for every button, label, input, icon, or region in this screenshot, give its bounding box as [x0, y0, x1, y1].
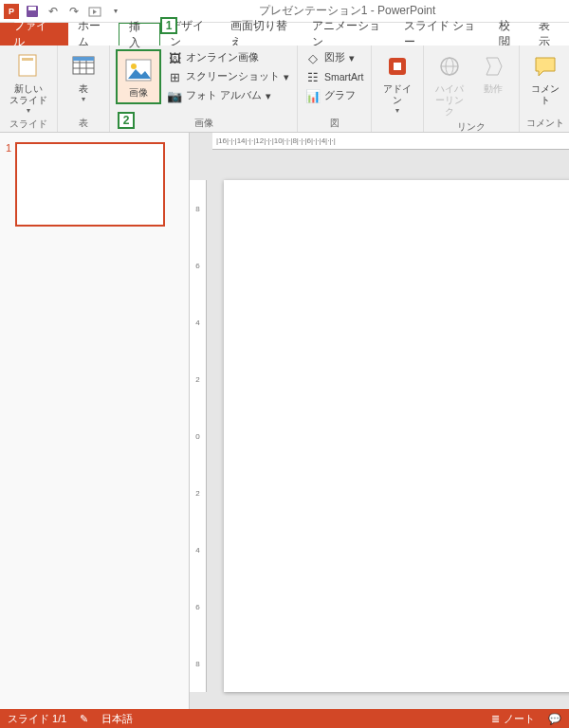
tab-review[interactable]: 校閲 — [489, 23, 529, 46]
ruler-tick: 2 — [195, 375, 199, 384]
table-icon — [68, 51, 99, 82]
shapes-icon: ◇ — [305, 50, 321, 65]
canvas-area: |16|·|·|14|·|·|12|·|·|10|·|·|8|·|·|6|·|·… — [190, 133, 569, 709]
slide-thumbnails-panel[interactable]: 1 — [0, 133, 190, 709]
tab-transitions[interactable]: 画面切り替え — [221, 23, 303, 46]
chevron-down-icon: ▾ — [349, 52, 355, 64]
group-images-label: 画像 — [194, 116, 213, 130]
smartart-button[interactable]: ☷SmartArt — [303, 68, 365, 85]
slide-canvas[interactable] — [224, 180, 569, 692]
action-button[interactable]: 動作 — [473, 49, 513, 97]
chart-icon: 📊 — [305, 88, 321, 103]
action-icon — [478, 51, 508, 82]
ribbon-toolbar: 2 新しい スライド ▾ スライド 表 ▾ 表 画像 — [0, 46, 569, 133]
action-label: 動作 — [484, 83, 503, 95]
shapes-button[interactable]: ◇図形▾ — [303, 49, 365, 66]
online-pictures-label: オンライン画像 — [186, 51, 259, 64]
picture-icon — [123, 55, 154, 85]
ribbon-tabs: ファイル ホーム 挿入 デザイン 画面切り替え アニメーション スライド ショー… — [0, 23, 569, 46]
chevron-down-icon: ▾ — [266, 90, 271, 101]
status-notes-label: ノート — [504, 712, 535, 726]
table-button[interactable]: 表 ▾ — [64, 49, 103, 105]
thumbnail-preview[interactable] — [15, 142, 165, 227]
photo-album-icon: 📷 — [167, 88, 182, 103]
addin-icon — [382, 51, 413, 82]
ruler-tick: 4 — [195, 546, 199, 555]
ruler-tick: 0 — [195, 432, 199, 441]
comment-label: コメント — [529, 83, 561, 106]
ruler-tick: 8 — [195, 205, 199, 213]
status-language[interactable]: 日本語 — [101, 712, 133, 726]
tab-animations[interactable]: アニメーション — [303, 23, 395, 46]
screenshot-label: スクリーンショット — [186, 70, 280, 83]
status-comments-icon[interactable]: 💬 — [548, 713, 561, 725]
addin-button[interactable]: アドイ ン ▾ — [377, 49, 417, 117]
comment-button[interactable]: コメント — [525, 49, 565, 108]
ruler-tick: 8 — [195, 660, 199, 668]
smartart-label: SmartArt — [324, 71, 363, 82]
svg-point-12 — [131, 64, 137, 69]
new-slide-icon — [13, 51, 44, 82]
svg-rect-10 — [73, 57, 94, 61]
screenshot-icon: ⊞ — [167, 69, 182, 84]
qat-customize-icon[interactable]: ▾ — [106, 2, 125, 21]
chevron-down-icon: ▾ — [395, 106, 399, 115]
svg-rect-1 — [28, 7, 36, 10]
shapes-label: 図形 — [324, 51, 345, 64]
group-addins: アドイ ン ▾ — [372, 46, 424, 132]
table-label: 表 — [79, 83, 88, 95]
new-slide-label: 新しい スライド — [9, 83, 47, 106]
callout-2: 2 — [118, 112, 135, 129]
status-notes-button[interactable]: ≣ノート — [491, 712, 535, 726]
thumbnail-number: 1 — [6, 142, 11, 227]
screenshot-button[interactable]: ⊞スクリーンショット▾ — [165, 68, 291, 85]
tab-file[interactable]: ファイル — [0, 23, 68, 46]
svg-rect-4 — [22, 58, 33, 61]
group-slides-label: スライド — [9, 117, 47, 131]
app-icon: P — [4, 4, 19, 19]
chevron-down-icon: ▾ — [284, 71, 289, 82]
ruler-horizontal: |16|·|·|14|·|·|12|·|·|10|·|·|8|·|·|6|·|·… — [212, 133, 569, 150]
group-images: 画像 🖼オンライン画像 ⊞スクリーンショット▾ 📷フォト アルバム▾ 画像 — [110, 46, 298, 132]
chart-label: グラフ — [324, 89, 356, 102]
ruler-tick: 4 — [195, 318, 199, 327]
online-pictures-button[interactable]: 🖼オンライン画像 — [165, 49, 291, 66]
ruler-tick: 6 — [195, 603, 199, 611]
group-tables-label: 表 — [79, 116, 88, 130]
comment-icon — [530, 51, 560, 82]
new-slide-button[interactable]: 新しい スライド ▾ — [6, 49, 51, 117]
hyperlink-button[interactable]: ハイパーリンク — [430, 49, 469, 119]
hyperlink-label: ハイパーリンク — [433, 83, 466, 118]
group-illustrations: ◇図形▾ ☷SmartArt 📊グラフ 図 — [298, 46, 372, 132]
picture-label: 画像 — [129, 87, 148, 99]
ruler-vertical: 8 6 4 2 0 2 4 6 8 — [190, 180, 207, 692]
status-spell-icon[interactable]: ✎ — [80, 713, 88, 725]
chart-button[interactable]: 📊グラフ — [303, 87, 365, 104]
group-comments: コメント コメント — [520, 46, 569, 132]
group-slides: 新しい スライド ▾ スライド — [0, 46, 58, 132]
ruler-tick: 6 — [195, 262, 199, 270]
notes-icon: ≣ — [491, 713, 500, 725]
group-links-label: リンク — [457, 119, 486, 134]
svg-rect-14 — [394, 63, 401, 70]
ruler-tick: 2 — [195, 489, 199, 498]
group-illustrations-label: 図 — [330, 116, 340, 130]
photo-album-button[interactable]: 📷フォト アルバム▾ — [165, 87, 291, 104]
group-tables: 表 ▾ 表 — [58, 46, 110, 132]
workspace: 1 |16|·|·|14|·|·|12|·|·|10|·|·|8|·|·|6|·… — [0, 133, 569, 709]
chevron-down-icon: ▾ — [82, 95, 85, 103]
tab-view[interactable]: 表示 — [529, 23, 569, 46]
online-pictures-icon: 🖼 — [167, 50, 182, 65]
chevron-down-icon: ▾ — [27, 106, 30, 115]
group-comments-label: コメント — [526, 116, 564, 130]
callout-1: 1 — [160, 17, 177, 34]
window-title: プレゼンテーション1 - PowerPoint — [125, 3, 569, 19]
thumbnail-item[interactable]: 1 — [6, 142, 183, 227]
picture-button[interactable]: 画像 — [116, 49, 161, 104]
status-slide-count[interactable]: スライド 1/1 — [8, 712, 66, 726]
tab-home[interactable]: ホーム — [68, 23, 119, 46]
photo-album-label: フォト アルバム — [186, 89, 262, 102]
tab-slideshow[interactable]: スライド ショー — [395, 23, 489, 46]
smartart-icon: ☷ — [305, 69, 321, 84]
tab-insert[interactable]: 挿入 — [119, 23, 160, 46]
